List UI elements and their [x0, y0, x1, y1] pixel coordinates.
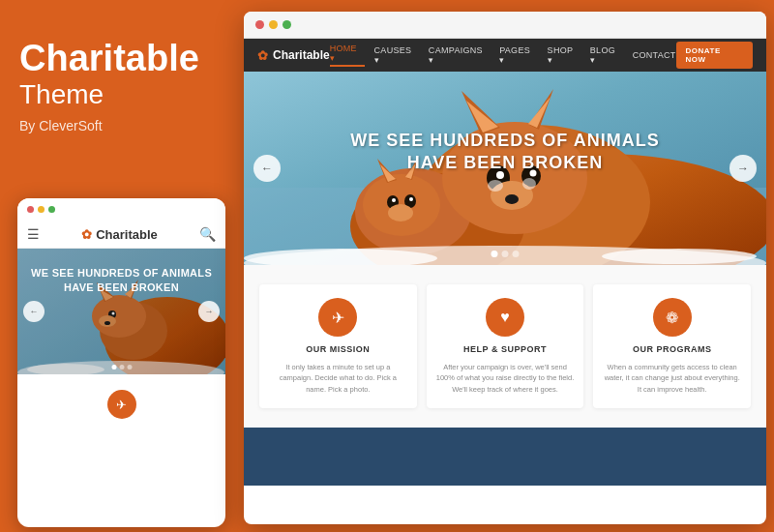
mobile-titlebar: [17, 198, 225, 221]
nav-link-campaigns[interactable]: CAMPAIGNS ▾: [429, 45, 490, 65]
nav-link-shop[interactable]: SHOP ▾: [548, 45, 580, 65]
mobile-hero-text: WE SEE HUNDREDS OF ANIMALS HAVE BEEN BRO…: [17, 266, 225, 296]
mobile-indicator-3: [127, 365, 132, 369]
left-panel: Charitable Theme By CleverSoft ☰ ✿ Chari…: [0, 0, 240, 532]
desktop-nav-links: HOME ▾ CAUSES ▾ CAMPAIGNS ▾ PAGES ▾ SHOP…: [330, 44, 676, 67]
mobile-indicator-2: [119, 365, 124, 369]
donate-button[interactable]: DONATE NOW: [676, 42, 753, 69]
mobile-hero-arrows: ← →: [23, 301, 220, 322]
nav-link-pages[interactable]: PAGES ▾: [499, 45, 537, 65]
svg-point-42: [388, 204, 413, 222]
mobile-arrow-right[interactable]: →: [198, 301, 220, 322]
mobile-search-icon: 🔍: [199, 226, 216, 242]
hamburger-icon: ☰: [27, 226, 40, 242]
nav-link-home[interactable]: HOME ▾: [330, 44, 365, 67]
nav-link-causes[interactable]: CAUSES ▾: [374, 45, 419, 65]
mobile-white-section: ✈: [17, 374, 225, 429]
nav-link-contact[interactable]: CONTACT: [633, 50, 676, 60]
mobile-dot-yellow: [38, 206, 45, 213]
desktop-indicator-3: [513, 251, 520, 257]
feature-card-support: ♥ HELP & SUPPORT After your campaign is …: [427, 284, 584, 408]
svg-point-41: [409, 197, 413, 201]
desktop-arrow-right[interactable]: →: [729, 155, 757, 182]
feature-icon-mission: ✈: [318, 298, 357, 337]
desktop-nav: ✿ Charitable HOME ▾ CAUSES ▾ CAMPAIGNS ▾…: [244, 39, 766, 72]
features-section: ✈ OUR MISSION It only takes a minute to …: [244, 265, 766, 428]
feature-desc-programs: When a community gets access to clean wa…: [603, 362, 741, 395]
feature-title-support: HELP & SUPPORT: [463, 344, 547, 354]
desktop-arrow-left[interactable]: ←: [253, 155, 281, 182]
desktop-dot-yellow: [269, 20, 278, 29]
flower-icon: ✿: [81, 227, 92, 242]
mobile-logo: ✿ Charitable: [81, 227, 158, 242]
desktop-flower-icon: ✿: [257, 48, 268, 63]
feature-card-programs: ❁ OUR PROGRAMS When a community gets acc…: [593, 284, 751, 408]
feature-icon-programs: ❁: [653, 298, 692, 337]
feature-desc-support: After your campaign is over, we'll send …: [436, 362, 575, 395]
mobile-dot-red: [27, 206, 34, 213]
feature-desc-mission: It only takes a minute to set up a campa…: [269, 362, 407, 395]
mobile-dot-green: [48, 206, 55, 213]
mobile-hero: WE SEE HUNDREDS OF ANIMALS HAVE BEEN BRO…: [17, 249, 225, 374]
desktop-titlebar: [244, 12, 766, 39]
mobile-indicator-1: [111, 365, 116, 369]
desktop-logo: ✿ Charitable: [257, 48, 330, 63]
desktop-indicator-1: [491, 251, 498, 257]
nav-link-blog[interactable]: BLOG ▾: [590, 45, 623, 65]
feature-title-mission: OUR MISSION: [306, 344, 370, 354]
feature-icon-support: ♥: [486, 298, 524, 337]
desktop-hero: WE SEE HUNDREDS OF ANIMALS HAVE BEEN BRO…: [244, 72, 766, 265]
mobile-dots-indicator: [111, 365, 132, 369]
desktop-dot-red: [255, 20, 264, 29]
dark-section: [244, 428, 766, 486]
desktop-indicator-2: [502, 251, 509, 257]
mobile-arrow-left[interactable]: ←: [23, 301, 45, 322]
svg-point-30: [505, 194, 519, 204]
brand-title: Charitable Theme By CleverSoft: [19, 39, 221, 133]
desktop-mockup: ✿ Charitable HOME ▾ CAUSES ▾ CAMPAIGNS ▾…: [244, 12, 766, 524]
svg-point-45: [602, 249, 757, 264]
desktop-dots-indicator: [491, 251, 520, 257]
mobile-nav: ☰ ✿ Charitable 🔍: [17, 221, 225, 249]
feature-title-programs: OUR PROGRAMS: [633, 344, 712, 354]
svg-point-39: [392, 198, 396, 202]
feature-card-mission: ✈ OUR MISSION It only takes a minute to …: [259, 284, 417, 408]
mobile-mission-icon: ✈: [107, 390, 136, 419]
desktop-hero-arrows: ← →: [253, 155, 757, 182]
mobile-mockup: ☰ ✿ Charitable 🔍: [17, 198, 225, 527]
desktop-dot-green: [283, 20, 291, 29]
